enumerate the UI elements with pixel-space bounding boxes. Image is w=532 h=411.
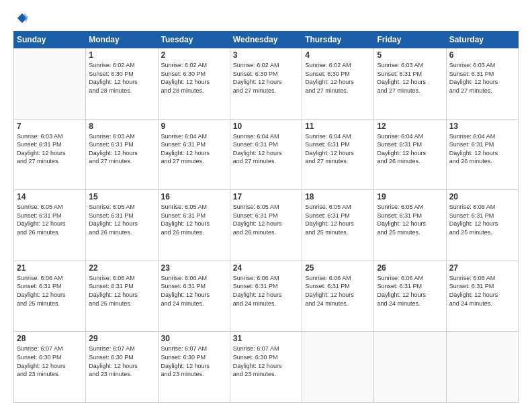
day-info: Sunrise: 6:06 AM Sunset: 6:31 PM Dayligh…	[17, 274, 83, 308]
day-number: 24	[233, 263, 299, 273]
calendar-cell: 16Sunrise: 6:05 AM Sunset: 6:31 PM Dayli…	[158, 190, 230, 261]
day-info: Sunrise: 6:06 AM Sunset: 6:31 PM Dayligh…	[377, 274, 443, 308]
calendar-cell: 7Sunrise: 6:03 AM Sunset: 6:31 PM Daylig…	[14, 119, 86, 190]
day-info: Sunrise: 6:02 AM Sunset: 6:30 PM Dayligh…	[161, 61, 227, 95]
calendar-cell: 3Sunrise: 6:02 AM Sunset: 6:30 PM Daylig…	[230, 48, 302, 120]
day-number: 3	[233, 50, 299, 60]
day-number: 21	[17, 263, 83, 273]
day-number: 6	[449, 50, 515, 60]
day-number: 18	[305, 192, 371, 201]
calendar-cell	[374, 332, 446, 403]
day-number: 16	[161, 192, 227, 201]
calendar-cell: 13Sunrise: 6:04 AM Sunset: 6:31 PM Dayli…	[446, 119, 518, 190]
calendar-cell	[302, 332, 374, 403]
header	[13, 12, 519, 24]
calendar-week-row: 7Sunrise: 6:03 AM Sunset: 6:31 PM Daylig…	[14, 119, 519, 190]
page: SundayMondayTuesdayWednesdayThursdayFrid…	[0, 0, 532, 411]
calendar-header-row: SundayMondayTuesdayWednesdayThursdayFrid…	[14, 32, 519, 48]
day-number: 28	[17, 334, 83, 343]
calendar-cell: 28Sunrise: 6:07 AM Sunset: 6:30 PM Dayli…	[14, 332, 86, 403]
day-info: Sunrise: 6:06 AM Sunset: 6:31 PM Dayligh…	[233, 274, 299, 308]
day-number: 8	[89, 122, 154, 131]
day-info: Sunrise: 6:07 AM Sunset: 6:30 PM Dayligh…	[89, 345, 154, 378]
day-info: Sunrise: 6:03 AM Sunset: 6:31 PM Dayligh…	[17, 132, 83, 166]
calendar-cell: 25Sunrise: 6:06 AM Sunset: 6:31 PM Dayli…	[302, 261, 374, 332]
calendar-day-header: Friday	[374, 32, 446, 48]
calendar-cell: 29Sunrise: 6:07 AM Sunset: 6:30 PM Dayli…	[86, 332, 158, 403]
calendar-cell: 8Sunrise: 6:03 AM Sunset: 6:31 PM Daylig…	[86, 119, 158, 190]
day-number: 9	[161, 122, 227, 131]
day-info: Sunrise: 6:05 AM Sunset: 6:31 PM Dayligh…	[377, 203, 443, 236]
day-info: Sunrise: 6:04 AM Sunset: 6:31 PM Dayligh…	[305, 132, 371, 166]
day-info: Sunrise: 6:03 AM Sunset: 6:31 PM Dayligh…	[89, 132, 154, 166]
day-info: Sunrise: 6:07 AM Sunset: 6:30 PM Dayligh…	[233, 345, 299, 378]
day-number: 29	[89, 334, 154, 343]
day-number: 31	[233, 334, 299, 343]
calendar-cell: 17Sunrise: 6:05 AM Sunset: 6:31 PM Dayli…	[230, 190, 302, 261]
logo-icon	[16, 12, 28, 24]
calendar-cell: 14Sunrise: 6:05 AM Sunset: 6:31 PM Dayli…	[14, 190, 86, 261]
calendar-cell: 23Sunrise: 6:06 AM Sunset: 6:31 PM Dayli…	[158, 261, 230, 332]
calendar-cell: 27Sunrise: 6:06 AM Sunset: 6:31 PM Dayli…	[446, 261, 518, 332]
day-number: 14	[17, 192, 83, 201]
day-number: 23	[161, 263, 227, 273]
day-info: Sunrise: 6:06 AM Sunset: 6:31 PM Dayligh…	[89, 274, 154, 308]
calendar-table: SundayMondayTuesdayWednesdayThursdayFrid…	[13, 31, 519, 403]
day-info: Sunrise: 6:05 AM Sunset: 6:31 PM Dayligh…	[305, 203, 371, 236]
day-number: 25	[305, 263, 371, 273]
calendar-week-row: 21Sunrise: 6:06 AM Sunset: 6:31 PM Dayli…	[14, 261, 519, 332]
day-info: Sunrise: 6:06 AM Sunset: 6:31 PM Dayligh…	[449, 203, 515, 236]
day-info: Sunrise: 6:03 AM Sunset: 6:31 PM Dayligh…	[377, 61, 443, 95]
calendar-cell: 21Sunrise: 6:06 AM Sunset: 6:31 PM Dayli…	[14, 261, 86, 332]
day-info: Sunrise: 6:07 AM Sunset: 6:30 PM Dayligh…	[17, 345, 83, 378]
calendar-cell: 2Sunrise: 6:02 AM Sunset: 6:30 PM Daylig…	[158, 48, 230, 120]
day-info: Sunrise: 6:03 AM Sunset: 6:31 PM Dayligh…	[449, 61, 515, 95]
day-info: Sunrise: 6:02 AM Sunset: 6:30 PM Dayligh…	[89, 61, 154, 95]
calendar-week-row: 14Sunrise: 6:05 AM Sunset: 6:31 PM Dayli…	[14, 190, 519, 261]
calendar-cell: 18Sunrise: 6:05 AM Sunset: 6:31 PM Dayli…	[302, 190, 374, 261]
day-info: Sunrise: 6:04 AM Sunset: 6:31 PM Dayligh…	[161, 132, 227, 166]
calendar-cell: 15Sunrise: 6:05 AM Sunset: 6:31 PM Dayli…	[86, 190, 158, 261]
calendar-week-row: 28Sunrise: 6:07 AM Sunset: 6:30 PM Dayli…	[14, 332, 519, 403]
calendar-cell: 19Sunrise: 6:05 AM Sunset: 6:31 PM Dayli…	[374, 190, 446, 261]
day-number: 5	[377, 50, 443, 60]
day-info: Sunrise: 6:06 AM Sunset: 6:31 PM Dayligh…	[305, 274, 371, 308]
day-number: 13	[449, 122, 515, 131]
day-number: 12	[377, 122, 443, 131]
calendar-day-header: Thursday	[302, 32, 374, 48]
day-number: 15	[89, 192, 154, 201]
calendar-cell: 1Sunrise: 6:02 AM Sunset: 6:30 PM Daylig…	[86, 48, 158, 120]
calendar-cell	[446, 332, 518, 403]
day-number: 4	[305, 50, 371, 60]
calendar-day-header: Tuesday	[158, 32, 230, 48]
day-info: Sunrise: 6:07 AM Sunset: 6:30 PM Dayligh…	[161, 345, 227, 378]
day-number: 1	[89, 50, 154, 60]
day-number: 2	[161, 50, 227, 60]
day-number: 26	[377, 263, 443, 273]
calendar-cell: 11Sunrise: 6:04 AM Sunset: 6:31 PM Dayli…	[302, 119, 374, 190]
day-number: 10	[233, 122, 299, 131]
calendar-week-row: 1Sunrise: 6:02 AM Sunset: 6:30 PM Daylig…	[14, 48, 519, 120]
calendar-cell: 30Sunrise: 6:07 AM Sunset: 6:30 PM Dayli…	[158, 332, 230, 403]
calendar-cell: 24Sunrise: 6:06 AM Sunset: 6:31 PM Dayli…	[230, 261, 302, 332]
day-info: Sunrise: 6:05 AM Sunset: 6:31 PM Dayligh…	[17, 203, 83, 236]
calendar-cell: 10Sunrise: 6:04 AM Sunset: 6:31 PM Dayli…	[230, 119, 302, 190]
calendar-day-header: Sunday	[14, 32, 86, 48]
day-number: 27	[449, 263, 515, 273]
calendar-day-header: Monday	[86, 32, 158, 48]
day-info: Sunrise: 6:05 AM Sunset: 6:31 PM Dayligh…	[161, 203, 227, 236]
day-number: 11	[305, 122, 371, 131]
day-info: Sunrise: 6:04 AM Sunset: 6:31 PM Dayligh…	[377, 132, 443, 166]
calendar-cell: 22Sunrise: 6:06 AM Sunset: 6:31 PM Dayli…	[86, 261, 158, 332]
day-number: 17	[233, 192, 299, 201]
day-info: Sunrise: 6:04 AM Sunset: 6:31 PM Dayligh…	[449, 132, 515, 166]
day-info: Sunrise: 6:04 AM Sunset: 6:31 PM Dayligh…	[233, 132, 299, 166]
calendar-cell: 4Sunrise: 6:02 AM Sunset: 6:30 PM Daylig…	[302, 48, 374, 120]
day-number: 30	[161, 334, 227, 343]
day-number: 20	[449, 192, 515, 201]
day-info: Sunrise: 6:05 AM Sunset: 6:31 PM Dayligh…	[233, 203, 299, 236]
calendar-cell: 26Sunrise: 6:06 AM Sunset: 6:31 PM Dayli…	[374, 261, 446, 332]
calendar-cell: 20Sunrise: 6:06 AM Sunset: 6:31 PM Dayli…	[446, 190, 518, 261]
day-info: Sunrise: 6:02 AM Sunset: 6:30 PM Dayligh…	[305, 61, 371, 95]
calendar-cell: 6Sunrise: 6:03 AM Sunset: 6:31 PM Daylig…	[446, 48, 518, 120]
